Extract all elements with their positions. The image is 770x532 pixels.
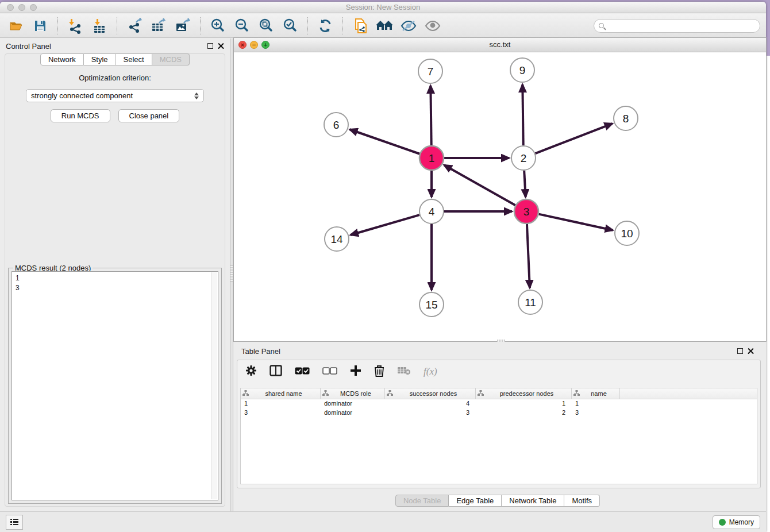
deselect-all-icon[interactable]	[322, 367, 337, 377]
node-8[interactable]: 8	[614, 106, 638, 130]
node-9[interactable]: 9	[510, 58, 534, 82]
column-header-successor-nodes[interactable]: successor nodes	[385, 388, 476, 399]
show-columns-icon[interactable]	[270, 365, 282, 379]
node-14[interactable]: 14	[325, 227, 349, 251]
search-box[interactable]	[594, 19, 760, 33]
node-11[interactable]: 11	[518, 290, 542, 314]
column-type-icon	[573, 390, 580, 398]
hide-selected-icon[interactable]	[398, 16, 419, 36]
refresh-view-icon[interactable]	[315, 16, 336, 36]
column-header-predecessor-nodes[interactable]: predecessor nodes	[476, 388, 572, 399]
import-table-icon[interactable]	[89, 16, 110, 36]
select-all-icon[interactable]	[295, 367, 310, 377]
tab-node-table[interactable]: Node Table	[395, 495, 449, 507]
settings-gear-icon[interactable]	[245, 365, 257, 379]
delete-row-icon[interactable]	[374, 365, 384, 379]
show-all-icon[interactable]	[422, 16, 443, 36]
edge-2-8[interactable]	[536, 124, 613, 153]
edge-3-10[interactable]	[538, 214, 613, 230]
criterion-selected-value: strongly connected component	[31, 91, 194, 100]
delete-table-icon[interactable]	[397, 366, 411, 377]
tab-motifs[interactable]: Motifs	[564, 495, 600, 507]
run-mcds-button[interactable]: Run MCDS	[51, 109, 110, 122]
mcds-result-group: MCDS result (2 nodes) 1 3	[8, 268, 222, 504]
close-panel-button[interactable]: Close panel	[118, 109, 180, 122]
cell-1-4[interactable]: 3	[572, 408, 620, 418]
column-header-shared-name[interactable]: shared name	[241, 388, 321, 399]
mcds-result-list[interactable]: 1 3	[11, 271, 218, 500]
float-table-panel-icon[interactable]	[737, 348, 743, 354]
node-2[interactable]: 2	[511, 146, 536, 170]
network-canvas[interactable]: 7968124314101511	[234, 53, 766, 341]
close-table-panel-icon[interactable]	[748, 348, 754, 354]
node-15[interactable]: 15	[419, 292, 444, 317]
tab-edge-table[interactable]: Edge Table	[449, 495, 502, 507]
tab-network[interactable]: Network	[40, 53, 84, 65]
table-panel-header: Table Panel	[233, 344, 762, 358]
cell-1-1[interactable]: dominator	[321, 408, 385, 418]
edge-2-9[interactable]	[522, 84, 523, 145]
cell-0-2[interactable]: 4	[385, 399, 476, 408]
edge-1-6[interactable]	[350, 129, 420, 153]
column-label: successor nodes	[393, 390, 473, 397]
edge-3-11[interactable]	[527, 224, 530, 288]
app-frame: Session: New Session	[0, 2, 766, 532]
zoom-out-icon[interactable]	[232, 16, 252, 36]
node-7[interactable]: 7	[418, 59, 442, 83]
column-header-MCDS-role[interactable]: MCDS role	[321, 388, 385, 399]
cell-0-1[interactable]: dominator	[321, 399, 385, 408]
zoom-in-icon[interactable]	[207, 16, 228, 36]
edge-3-1[interactable]	[444, 165, 515, 205]
close-panel-icon[interactable]	[218, 43, 224, 49]
column-label: name	[580, 390, 618, 397]
memory-button[interactable]: Memory	[713, 515, 760, 529]
task-history-button[interactable]	[6, 515, 23, 530]
open-file-icon[interactable]	[6, 16, 26, 36]
import-network-icon[interactable]	[65, 16, 86, 36]
add-row-icon[interactable]	[350, 365, 361, 379]
cell-0-3[interactable]: 1	[476, 399, 572, 408]
table-toolbar: f(x)	[237, 360, 760, 383]
cell-0-0[interactable]: 1	[241, 399, 321, 408]
export-table-icon[interactable]	[148, 16, 169, 36]
node-3[interactable]: 3	[514, 199, 538, 223]
tab-mcds[interactable]: MCDS	[152, 53, 190, 65]
table-panel-title: Table Panel	[241, 347, 733, 356]
network-graph[interactable]: 7968124314101511	[234, 53, 766, 342]
edge-4-14[interactable]	[351, 215, 419, 235]
float-panel-icon[interactable]	[207, 43, 213, 49]
control-panel-header: Control Panel	[0, 38, 230, 53]
zoom-selected-icon[interactable]	[280, 16, 301, 36]
node-6[interactable]: 6	[324, 113, 348, 137]
column-label: shared name	[249, 390, 318, 397]
column-header-name[interactable]: name	[572, 388, 620, 399]
tab-network-table[interactable]: Network Table	[502, 495, 564, 507]
toolbar-separator	[307, 17, 308, 34]
splitter-grip[interactable]	[230, 265, 233, 282]
search-input[interactable]	[607, 22, 755, 30]
function-builder-icon[interactable]: f(x)	[424, 366, 437, 377]
network-resize-grip[interactable]	[497, 340, 505, 342]
save-session-icon[interactable]	[30, 16, 51, 36]
cell-0-4[interactable]: 1	[572, 399, 620, 408]
cell-1-2[interactable]: 3	[385, 408, 476, 418]
node-4[interactable]: 4	[419, 199, 444, 223]
home-layout-icon[interactable]	[374, 16, 395, 36]
svg-text:14: 14	[330, 233, 343, 245]
export-network-icon[interactable]	[124, 16, 145, 36]
tab-style[interactable]: Style	[84, 53, 116, 65]
edge-2-3[interactable]	[524, 171, 525, 197]
node-1[interactable]: 1	[419, 146, 444, 170]
edge-1-7[interactable]	[430, 86, 431, 145]
cell-1-0[interactable]: 3	[241, 408, 321, 418]
search-icon	[599, 23, 604, 28]
result-scrollbar[interactable]	[211, 272, 217, 499]
tab-select[interactable]: Select	[116, 53, 152, 65]
network-from-selection-icon[interactable]	[350, 16, 371, 36]
criterion-select[interactable]: strongly connected component	[26, 89, 204, 102]
zoom-fit-icon[interactable]	[256, 16, 276, 36]
node-10[interactable]: 10	[615, 221, 639, 245]
export-image-icon[interactable]	[172, 16, 193, 36]
cell-1-3[interactable]: 2	[476, 408, 572, 418]
table-tabs: Node TableEdge TableNetwork TableMotifs	[233, 495, 762, 507]
